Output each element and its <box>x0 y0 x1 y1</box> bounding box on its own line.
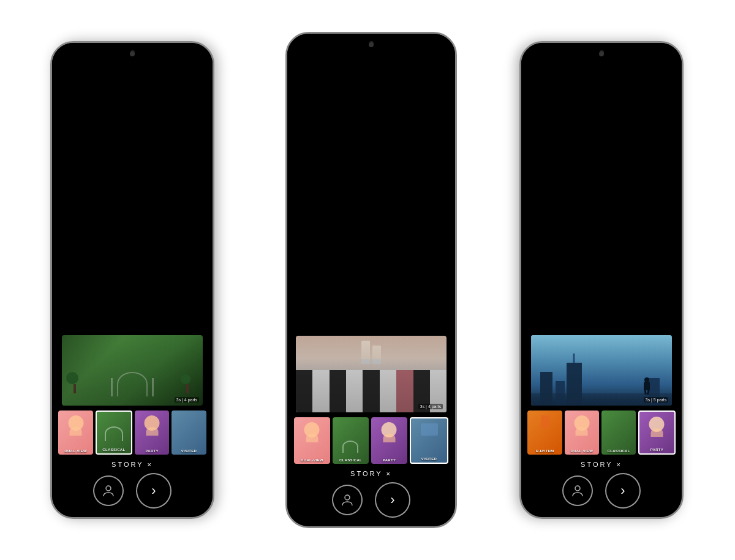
thumb-visited-center[interactable]: VISITED <box>410 417 448 464</box>
thumb-classical-left[interactable]: CLASSICAL <box>96 411 132 455</box>
phone-left-screen-top <box>52 61 213 335</box>
person-btn-center[interactable] <box>332 485 363 515</box>
arrow-btn-center[interactable]: › <box>375 482 410 518</box>
thumb-dual-view-left[interactable]: DUAL-VIEW <box>58 411 92 455</box>
thumb-label-dv-center: DUAL-VIEW <box>294 458 330 462</box>
thumb-party-center[interactable]: PARTY <box>371 417 407 464</box>
thumb-label-classical-right: CLASSICAL <box>601 449 636 453</box>
thumb-label-classical-center: CLASSICAL <box>333 458 369 462</box>
thumb-classical-right[interactable]: CLASSICAL <box>601 411 636 455</box>
thumb-label-dv-right: DUAL-VIEW <box>565 449 599 453</box>
phones-container: 3s | 4 parts DUAL-VIEW CLASSICAL PARTY V… <box>0 0 735 560</box>
thumb-party-left[interactable]: PARTY <box>135 411 169 455</box>
phone-center-controls: › <box>332 482 410 518</box>
phone-left: 3s | 4 parts DUAL-VIEW CLASSICAL PARTY V… <box>50 41 214 519</box>
phone-left-bezel <box>52 43 213 61</box>
phone-right-video[interactable]: 3s | 5 parts <box>531 335 673 406</box>
face-icon-r1 <box>574 415 589 431</box>
video-info-left: 3s | 4 parts <box>175 397 200 403</box>
phone-right-bezel <box>521 43 682 61</box>
phone-center-inner: 3s | 4 parts DUAL-VIEW CLASSICAL PARTY <box>287 34 455 526</box>
video-overlay-right <box>531 335 673 406</box>
phone-left-controls: › <box>93 473 172 509</box>
phone-right-story-label: STORY × <box>581 461 622 468</box>
camera-dot-left <box>130 50 135 55</box>
camera-dot-right <box>600 50 604 55</box>
phone-center-thumbnails: DUAL-VIEW CLASSICAL PARTY VISITED <box>294 417 448 464</box>
phone-right-inner: 3s | 5 parts R-HYTHM DUAL-VIEW CLASSICAL… <box>521 43 682 517</box>
thumb-dual-view-center[interactable]: DUAL-VIEW <box>294 417 330 464</box>
phone-left-video[interactable]: 3s | 4 parts <box>62 335 203 406</box>
face-icon-c1 <box>304 422 320 437</box>
phone-center-story-label: STORY × <box>350 470 392 477</box>
person-icon-left <box>102 484 115 498</box>
thumb-label-rhythm-right: R-HYTHM <box>527 449 562 453</box>
thumb-dual-view-right[interactable]: DUAL-VIEW <box>565 411 599 455</box>
svg-point-2 <box>575 486 580 491</box>
phone-right-controls: › <box>562 473 641 509</box>
phone-left-thumbnails: DUAL-VIEW CLASSICAL PARTY VISITED <box>58 411 206 455</box>
phone-center-bezel <box>287 34 455 52</box>
phone-center-video[interactable]: 3s | 4 parts <box>296 336 447 412</box>
thumb-party-right[interactable]: PARTY <box>638 411 675 455</box>
phone-center-screen-top <box>287 52 455 336</box>
video-info-center: 3s | 4 parts <box>418 404 443 409</box>
phone-left-story-label: STORY × <box>111 461 153 468</box>
person-icon-right <box>571 484 584 498</box>
thumb-label-visited-left: VISITED <box>172 449 206 453</box>
arrow-btn-left[interactable]: › <box>136 473 172 509</box>
svg-point-0 <box>106 486 111 491</box>
video-overlay-center <box>296 336 447 412</box>
thumb-visited-left[interactable]: VISITED <box>172 411 206 455</box>
phone-right: 3s | 5 parts R-HYTHM DUAL-VIEW CLASSICAL… <box>519 41 684 519</box>
arrow-icon-right: › <box>620 483 625 499</box>
phone-center: 3s | 4 parts DUAL-VIEW CLASSICAL PARTY <box>285 32 457 528</box>
thumb-label-party-center: PARTY <box>371 458 407 462</box>
person-btn-left[interactable] <box>93 475 124 506</box>
thumb-label-party-left: PARTY <box>135 449 169 453</box>
video-overlay-left <box>62 335 203 406</box>
person-btn-right[interactable] <box>562 475 593 506</box>
arrow-icon-center: › <box>390 492 394 508</box>
camera-dot-center <box>369 41 374 45</box>
thumb-label-party-right: PARTY <box>639 448 674 452</box>
video-info-right: 3s | 5 parts <box>644 397 669 403</box>
phone-left-inner: 3s | 4 parts DUAL-VIEW CLASSICAL PARTY V… <box>52 43 213 517</box>
phone-right-screen-top <box>521 61 682 335</box>
thumb-label-classical-left: CLASSICAL <box>97 448 131 452</box>
face-icon <box>68 415 83 431</box>
arrow-btn-right[interactable]: › <box>605 473 641 509</box>
phone-right-thumbnails: R-HYTHM DUAL-VIEW CLASSICAL PARTY <box>527 411 675 455</box>
thumb-label-visited-center: VISITED <box>411 457 447 461</box>
thumb-label-dual-view-left: DUAL-VIEW <box>58 449 92 453</box>
svg-point-1 <box>345 495 350 500</box>
arrow-icon-left: › <box>151 483 156 499</box>
thumb-rhythm-right[interactable]: R-HYTHM <box>527 411 562 455</box>
thumb-classical-center[interactable]: CLASSICAL <box>333 417 369 464</box>
person-icon-center <box>341 493 354 507</box>
